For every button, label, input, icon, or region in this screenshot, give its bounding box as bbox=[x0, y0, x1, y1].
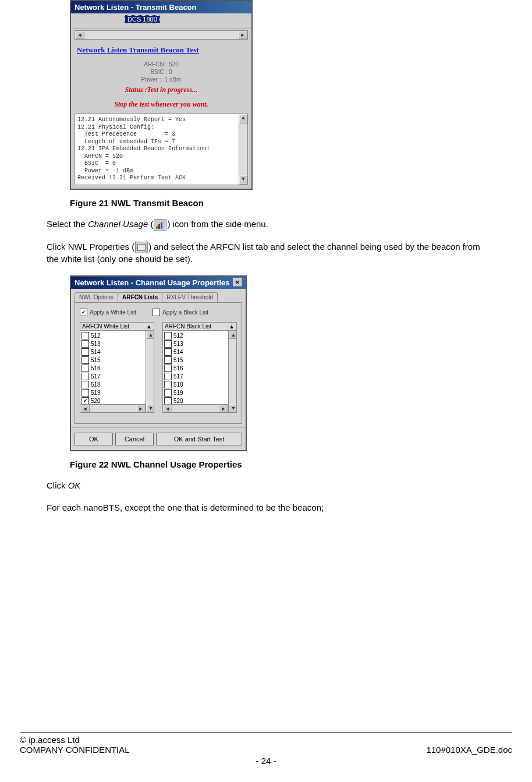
checkbox-icon[interactable] bbox=[164, 389, 172, 397]
test-title-link[interactable]: Network Listen Transmit Beacon Test bbox=[71, 42, 251, 57]
page-footer: © ip.access Ltd COMPANY CONFIDENTIAL 110… bbox=[20, 732, 512, 766]
tab-arfcn-lists[interactable]: ARFCN Lists bbox=[118, 292, 162, 302]
list-item-label: 520 bbox=[173, 398, 183, 404]
checkbox-icon[interactable] bbox=[164, 356, 172, 364]
checkbox-icon[interactable] bbox=[81, 340, 89, 348]
footer-page-number: - 24 - bbox=[20, 756, 512, 766]
list-item-label: 515 bbox=[91, 357, 101, 363]
horizontal-scrollbar[interactable]: ◄► bbox=[80, 404, 146, 412]
figure-22-screenshot: Network Listen - Channel Usage Propertie… bbox=[70, 275, 247, 451]
list-item-label: 519 bbox=[173, 390, 183, 396]
list-item-label: 514 bbox=[173, 349, 183, 355]
checkbox-icon[interactable] bbox=[81, 365, 89, 372]
list-item[interactable]: 517 bbox=[81, 373, 152, 381]
toolbar: DCS 1800 bbox=[71, 13, 251, 29]
checkbox-icon[interactable] bbox=[81, 381, 89, 388]
list-item-label: 519 bbox=[91, 390, 101, 396]
footer-confidential: COMPANY CONFIDENTIAL bbox=[20, 745, 130, 755]
apply-black-list-checkbox[interactable]: Apply a Black List bbox=[152, 309, 208, 316]
properties-icon bbox=[135, 242, 148, 253]
checkbox-icon[interactable] bbox=[81, 348, 89, 356]
scroll-right-icon[interactable]: ► bbox=[238, 31, 247, 39]
list-item[interactable]: 515 bbox=[164, 356, 235, 365]
tab-rxlev-threshold[interactable]: RXLEV Threshold bbox=[162, 292, 218, 302]
checkbox-icon[interactable] bbox=[81, 389, 89, 397]
horizontal-scrollbar[interactable]: ◄ ► bbox=[75, 30, 248, 40]
list-item[interactable]: 519 bbox=[81, 389, 152, 397]
checkbox-icon[interactable] bbox=[164, 348, 172, 356]
apply-white-list-checkbox[interactable]: ✔Apply a White List bbox=[80, 309, 136, 316]
checkbox-icon[interactable] bbox=[164, 365, 172, 372]
list-item-label: 516 bbox=[173, 365, 183, 371]
list-item[interactable]: 518 bbox=[81, 381, 152, 389]
list-item-label: 514 bbox=[91, 349, 101, 355]
window-title: Network Listen - Transmit Beacon bbox=[71, 1, 251, 13]
paragraph-4: For each nanoBTS, except the one that is… bbox=[47, 502, 485, 514]
list-item-label: 513 bbox=[91, 341, 101, 347]
white-list-header[interactable]: ARFCN White List▲ bbox=[80, 322, 154, 331]
white-list-box[interactable]: 512513514515516517518519✔520521 ▲▼ ◄► bbox=[80, 331, 154, 413]
ok-start-test-button[interactable]: OK and Start Test bbox=[156, 433, 242, 445]
figure-21-screenshot: Network Listen - Transmit Beacon DCS 180… bbox=[70, 0, 253, 190]
list-item[interactable]: 512 bbox=[164, 332, 235, 340]
list-item-label: 515 bbox=[173, 357, 183, 363]
status-line-1: Status :Test in progress... bbox=[71, 84, 251, 99]
vertical-scrollbar[interactable]: ▲▼ bbox=[228, 331, 236, 412]
checkbox-icon[interactable] bbox=[164, 381, 172, 388]
status-line-2: Stop the test whenever you want. bbox=[71, 99, 251, 114]
list-item[interactable]: 513 bbox=[81, 340, 152, 348]
list-item[interactable]: 514 bbox=[81, 348, 152, 356]
vertical-scrollbar[interactable]: ▲▼ bbox=[239, 114, 247, 185]
sort-icon[interactable]: ▲ bbox=[146, 323, 152, 330]
scroll-up-icon[interactable]: ▲ bbox=[239, 114, 247, 123]
tab-strip: NWL Options ARFCN Lists RXLEV Threshold bbox=[71, 289, 246, 302]
black-list-header[interactable]: ARFCN Black List▲ bbox=[162, 322, 237, 331]
scroll-down-icon[interactable]: ▼ bbox=[239, 175, 247, 185]
checkbox-icon[interactable] bbox=[164, 373, 172, 380]
list-item[interactable]: 515 bbox=[81, 356, 152, 365]
list-item-label: 517 bbox=[173, 373, 183, 380]
horizontal-scrollbar[interactable]: ◄► bbox=[163, 404, 228, 412]
list-item[interactable]: 518 bbox=[164, 381, 235, 389]
tab-nwl-options[interactable]: NWL Options bbox=[75, 292, 118, 302]
black-list-box[interactable]: 512513514515516517518519520521 ▲▼ ◄► bbox=[162, 331, 237, 413]
paragraph-2: Click NWL Properties () and select the A… bbox=[47, 241, 485, 265]
figure-22-caption: Figure 22 NWL Channel Usage Properties bbox=[70, 459, 485, 469]
paragraph-1: Select the Channel Usage () icon from th… bbox=[47, 218, 485, 231]
paragraph-3: Click OK bbox=[47, 480, 485, 491]
tab-panel: ✔Apply a White List Apply a Black List A… bbox=[75, 302, 242, 424]
list-item[interactable]: 514 bbox=[164, 348, 235, 356]
sort-icon[interactable]: ▲ bbox=[229, 323, 235, 330]
footer-copyright: © ip.access Ltd bbox=[20, 735, 512, 745]
list-item-label: 513 bbox=[173, 341, 183, 347]
checkbox-icon[interactable] bbox=[164, 340, 172, 348]
list-item-label: 517 bbox=[91, 373, 101, 380]
toolbar-dropdown-selection[interactable]: DCS 1800 bbox=[125, 15, 160, 23]
test-parameters: ARFCN : 520 BSIC : 0 Power : -1 dBm bbox=[71, 57, 251, 84]
ok-button[interactable]: OK bbox=[75, 433, 113, 445]
vertical-scrollbar[interactable]: ▲▼ bbox=[146, 331, 154, 412]
list-item-label: 518 bbox=[91, 381, 101, 388]
close-icon[interactable]: ✕ bbox=[233, 278, 242, 286]
checkbox-icon[interactable] bbox=[81, 373, 89, 380]
cancel-button[interactable]: Cancel bbox=[115, 433, 154, 445]
list-item[interactable]: 517 bbox=[164, 373, 235, 381]
footer-docid: 110#010XA_GDE.doc bbox=[426, 745, 512, 755]
list-item[interactable]: 516 bbox=[81, 365, 152, 373]
channel-usage-icon bbox=[154, 219, 166, 231]
log-pane: 12.21 Autonomously Report = Yes 12.21 Ph… bbox=[75, 114, 248, 185]
list-item-label: 520 bbox=[91, 398, 101, 404]
list-item-label: 516 bbox=[91, 365, 101, 371]
list-item[interactable]: 519 bbox=[164, 389, 235, 397]
list-item[interactable]: 516 bbox=[164, 365, 235, 373]
dialog-title: Network Listen - Channel Usage Propertie… bbox=[71, 277, 246, 289]
checkbox-icon[interactable] bbox=[164, 332, 172, 339]
list-item-label: 512 bbox=[173, 332, 183, 339]
checkbox-icon[interactable] bbox=[81, 332, 89, 339]
list-item[interactable]: 513 bbox=[164, 340, 235, 348]
scroll-left-icon[interactable]: ◄ bbox=[75, 31, 84, 39]
checkbox-icon[interactable] bbox=[81, 356, 89, 364]
list-item-label: 518 bbox=[173, 381, 183, 388]
list-item-label: 512 bbox=[91, 332, 101, 339]
list-item[interactable]: 512 bbox=[81, 332, 152, 340]
